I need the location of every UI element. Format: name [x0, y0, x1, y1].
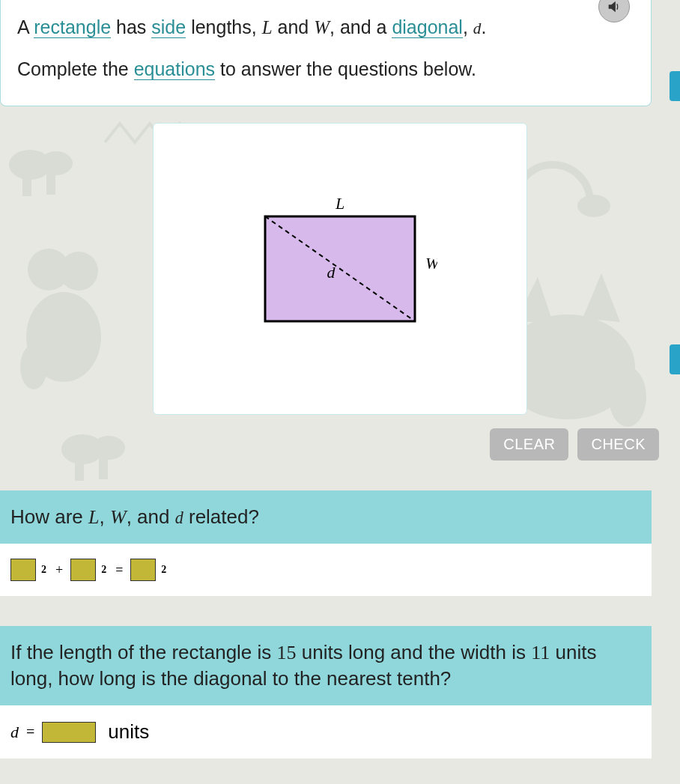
svg-point-0 — [28, 249, 70, 291]
q1-header: How are L, W, and d related? — [0, 490, 652, 544]
var-W: W — [314, 17, 330, 37]
button-row: CLEAR CHECK — [0, 428, 659, 461]
vocab-diagonal[interactable]: diagonal — [392, 16, 463, 38]
q1-blank-3[interactable] — [130, 559, 156, 581]
check-button[interactable]: CHECK — [577, 428, 659, 461]
q1-equation: 2 + 2 = 2 — [10, 559, 641, 581]
label-d: d — [327, 263, 336, 282]
clear-button[interactable]: CLEAR — [490, 428, 568, 461]
svg-point-1 — [59, 252, 98, 291]
svg-point-2 — [26, 292, 101, 382]
exp-2: 2 — [101, 564, 106, 576]
q1-blank-2[interactable] — [70, 559, 96, 581]
d-label: d — [10, 723, 19, 742]
q1-body: 2 + 2 = 2 — [0, 544, 652, 596]
q2-header: If the length of the rectangle is 15 uni… — [0, 626, 652, 705]
side-tab-2[interactable] — [670, 344, 680, 374]
label-L: L — [335, 194, 344, 213]
var-d: d — [473, 19, 482, 37]
side-tab-1[interactable] — [670, 71, 680, 101]
vocab-rectangle[interactable]: rectangle — [34, 16, 111, 38]
exp-1: 2 — [41, 564, 46, 576]
q2-equation: d = units — [10, 720, 641, 744]
label-W: W — [425, 254, 437, 273]
exp-3: 2 — [161, 564, 166, 576]
svg-rect-7 — [46, 172, 55, 195]
svg-rect-6 — [22, 174, 31, 196]
svg-point-4 — [9, 150, 51, 180]
eq-op: = — [112, 562, 126, 578]
q2-blank[interactable] — [42, 722, 96, 743]
svg-point-10 — [577, 195, 610, 217]
q1-blank-1[interactable] — [10, 559, 36, 581]
vocab-side[interactable]: side — [151, 16, 186, 38]
svg-point-5 — [40, 151, 73, 175]
var-L: L — [262, 17, 273, 37]
speaker-icon — [606, 0, 622, 15]
rectangle-figure: L W d — [243, 194, 437, 344]
q2-body: d = units — [0, 705, 652, 759]
eq-op-2: = — [23, 723, 37, 741]
figure-card: L W d — [153, 123, 527, 415]
svg-point-3 — [20, 344, 47, 389]
prompt-line-2: Complete the equations to answer the que… — [17, 55, 634, 84]
units-label: units — [108, 720, 149, 744]
prompt-card: A rectangle has side lengths, L and W, a… — [0, 0, 652, 106]
svg-point-9 — [609, 367, 646, 427]
vocab-equations[interactable]: equations — [134, 58, 215, 80]
plus-op: + — [52, 562, 66, 578]
prompt-line-1: A rectangle has side lengths, L and W, a… — [17, 13, 634, 42]
